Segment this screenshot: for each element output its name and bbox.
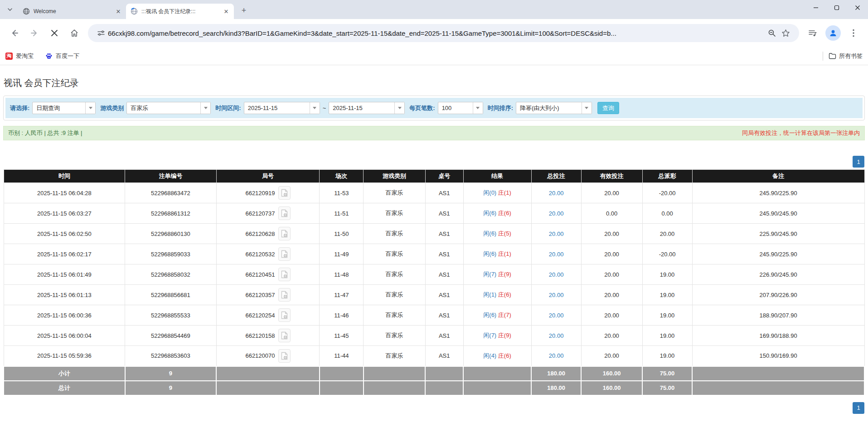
chevron-down-icon[interactable] xyxy=(310,102,320,114)
bookmark-aitaobao[interactable]: 淘 爱淘宝 xyxy=(5,52,34,60)
stop-loading-button[interactable] xyxy=(45,24,63,42)
page-1-button[interactable]: 1 xyxy=(853,156,864,168)
video-replay-button[interactable] xyxy=(278,227,291,240)
zoom-out-icon[interactable] xyxy=(768,29,776,37)
tab-close-icon[interactable]: ✕ xyxy=(222,7,230,15)
total-bet-link[interactable]: 20.00 xyxy=(549,230,564,237)
cell-payout: -20.00 xyxy=(642,183,692,203)
site-settings-tune-icon[interactable] xyxy=(97,29,105,37)
query-type-label: 请选择: xyxy=(10,104,29,112)
date-start-select[interactable]: 2025-11-15 xyxy=(244,102,320,114)
video-replay-button[interactable] xyxy=(278,308,291,322)
video-replay-icon xyxy=(281,270,288,278)
game-kind-select[interactable]: 百家乐 xyxy=(126,102,211,114)
total-bet-link[interactable]: 20.00 xyxy=(549,332,564,339)
video-replay-button[interactable] xyxy=(278,329,291,342)
chevron-down-icon[interactable] xyxy=(394,102,404,114)
total-bet-link[interactable]: 20.00 xyxy=(549,271,564,278)
chevron-down-icon[interactable] xyxy=(473,102,483,114)
table-row: 2025-11-15 06:02:50522968860130662120628… xyxy=(4,224,864,244)
cell-table-number: AS1 xyxy=(425,305,463,326)
chevron-down-icon[interactable] xyxy=(85,102,95,114)
query-type-select[interactable]: 日期查询 xyxy=(32,102,96,114)
cell-table-number: AS1 xyxy=(425,346,463,366)
result-banker: 庄(6) xyxy=(498,210,511,216)
table-row: 2025-11-15 06:01:13522968856681662120357… xyxy=(4,285,864,305)
browser-menu-icon[interactable] xyxy=(844,24,863,42)
cell-total-bet: 180.00 xyxy=(531,381,581,395)
sort-label: 时间排序: xyxy=(488,104,513,112)
date-end-select[interactable]: 2025-11-15 xyxy=(329,102,405,114)
chevron-down-icon[interactable] xyxy=(200,102,210,114)
video-replay-icon xyxy=(281,331,288,340)
cell-session: 11-46 xyxy=(320,305,364,326)
cell-session: 11-45 xyxy=(320,326,364,346)
url-bar[interactable]: 66cxkj98.com/game/betrecord_search/kind3… xyxy=(88,24,799,42)
tab-search-button[interactable] xyxy=(4,3,16,16)
cell-result: 闲(6) 庄(6) xyxy=(463,203,531,224)
cell-session: 11-49 xyxy=(320,244,364,264)
per-page-select[interactable]: 100 xyxy=(438,102,483,114)
search-button[interactable]: 查询 xyxy=(597,102,619,114)
cell-empty xyxy=(216,366,320,381)
cell-bet-id: 522968860130 xyxy=(125,224,216,244)
all-bookmarks-button[interactable]: 所有书签 xyxy=(829,52,863,60)
video-replay-button[interactable] xyxy=(278,186,291,200)
cell-empty xyxy=(425,381,463,395)
globe-icon xyxy=(23,8,30,15)
video-replay-button[interactable] xyxy=(278,288,291,302)
subtotal-row: 小计9180.00160.0075.00 xyxy=(4,366,864,381)
page-title: 视讯 会员下注纪录 xyxy=(4,77,868,89)
maximize-button[interactable] xyxy=(826,0,847,15)
total-bet-link[interactable]: 20.00 xyxy=(549,352,564,359)
table-header-row: 时间注单编号局号场次游戏类别桌号结果总投注有效投注总派彩备注 xyxy=(4,170,864,183)
video-replay-button[interactable] xyxy=(278,247,291,261)
cell-game-type: 百家乐 xyxy=(364,203,426,224)
back-button[interactable] xyxy=(5,24,24,42)
cell-table-number: AS1 xyxy=(425,183,463,203)
sort-select[interactable]: 降幂(由大到小) xyxy=(516,102,592,114)
url-text[interactable]: 66cxkj98.com/game/betrecord_search/kind3… xyxy=(108,29,765,37)
video-replay-button[interactable] xyxy=(278,268,291,281)
page-1-button[interactable]: 1 xyxy=(853,402,864,414)
close-button[interactable] xyxy=(847,0,868,15)
bookmark-baidu[interactable]: 百度一下 xyxy=(45,52,79,60)
page-content: 视讯 会员下注纪录 请选择: 日期查询 游戏类别 百家乐 时间区间: 2025-… xyxy=(0,77,868,414)
cell-total-bet: 20.00 xyxy=(531,203,581,224)
forward-button[interactable] xyxy=(25,24,44,42)
cell-time: 2025-11-15 06:04:28 xyxy=(4,183,125,203)
chevron-down-icon[interactable] xyxy=(582,102,592,114)
date-range-tilde: ~ xyxy=(323,105,326,111)
round-number: 662120628 xyxy=(245,230,275,237)
media-controls-icon[interactable] xyxy=(804,24,822,42)
cell-empty xyxy=(692,366,864,381)
result-banker: 庄(5) xyxy=(498,230,511,237)
cell-round: 662120919 xyxy=(216,183,320,203)
column-header: 场次 xyxy=(320,170,364,183)
total-bet-link[interactable]: 20.00 xyxy=(549,312,564,319)
profile-avatar[interactable] xyxy=(825,25,841,41)
total-bet-link[interactable]: 20.00 xyxy=(549,210,564,217)
table-row: 2025-11-15 06:00:04522968854469662120158… xyxy=(4,326,864,346)
minimize-button[interactable] xyxy=(805,0,826,15)
tab-welcome[interactable]: Welcome ✕ xyxy=(18,4,126,19)
video-replay-button[interactable] xyxy=(278,206,291,220)
total-bet-link[interactable]: 20.00 xyxy=(549,292,564,298)
total-bet-link[interactable]: 20.00 xyxy=(549,190,564,197)
tab-betrecord[interactable]: :::视讯 会员下注纪录::: ✕ xyxy=(126,4,234,19)
bookmark-star-icon[interactable] xyxy=(781,29,790,38)
column-header: 有效投注 xyxy=(581,170,642,183)
new-tab-button[interactable]: + xyxy=(238,4,250,17)
result-player: 闲(7) xyxy=(483,271,496,278)
video-replay-button[interactable] xyxy=(278,349,291,363)
filter-bar: 请选择: 日期查询 游戏类别 百家乐 时间区间: 2025-11-15 ~ 20… xyxy=(5,98,863,118)
column-header: 游戏类别 xyxy=(364,170,426,183)
result-banker: 庄(1) xyxy=(498,250,511,257)
total-bet-link[interactable]: 20.00 xyxy=(549,251,564,258)
cell-remark: 225.90/245.90 xyxy=(692,224,864,244)
cell-valid-bet: 20.00 xyxy=(581,183,642,203)
home-button[interactable] xyxy=(65,24,83,42)
column-header: 总投注 xyxy=(531,170,581,183)
tab-close-icon[interactable]: ✕ xyxy=(114,7,122,15)
cell-table-number: AS1 xyxy=(425,224,463,244)
